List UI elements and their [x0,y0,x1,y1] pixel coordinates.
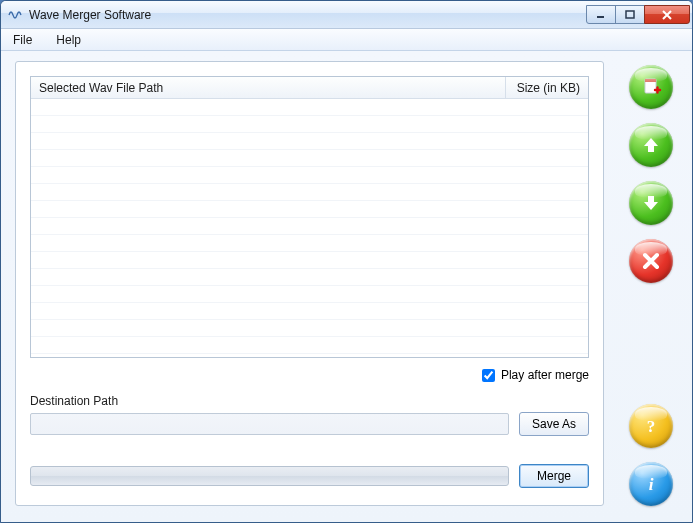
destination-row: Save As [30,412,589,436]
help-button[interactable]: ? [629,404,673,448]
list-row [31,337,588,354]
list-row [31,150,588,167]
svg-text:i: i [649,475,654,494]
menubar: File Help [1,29,692,51]
list-body[interactable] [31,99,588,357]
app-icon [7,7,23,23]
list-row [31,252,588,269]
app-window: Wave Merger Software File Help Selected … [0,0,693,523]
question-icon: ? [640,415,662,437]
play-after-merge: Play after merge [30,368,589,382]
close-icon [641,251,661,271]
list-row [31,99,588,116]
file-list[interactable]: Selected Wav File Path Size (in KB) [30,76,589,358]
titlebar[interactable]: Wave Merger Software [1,1,692,29]
maximize-button[interactable] [615,5,645,24]
close-button[interactable] [644,5,690,24]
svg-rect-3 [645,79,656,82]
add-file-button[interactable] [629,65,673,109]
window-title: Wave Merger Software [29,8,587,22]
main-panel: Selected Wav File Path Size (in KB) [15,61,604,506]
col-header-path[interactable]: Selected Wav File Path [31,77,506,98]
info-icon: i [640,473,662,495]
list-row [31,184,588,201]
list-row [31,167,588,184]
svg-rect-1 [626,11,634,18]
play-after-checkbox[interactable] [482,369,495,382]
list-row [31,320,588,337]
side-toolbar: ? i [622,61,680,506]
info-button[interactable]: i [629,462,673,506]
menu-help[interactable]: Help [52,31,85,49]
list-row [31,218,588,235]
list-row [31,116,588,133]
merge-button[interactable]: Merge [519,464,589,488]
move-down-button[interactable] [629,181,673,225]
menu-file[interactable]: File [9,31,36,49]
remove-button[interactable] [629,239,673,283]
merge-row: Merge [30,464,589,488]
list-header: Selected Wav File Path Size (in KB) [31,77,588,99]
destination-label: Destination Path [30,394,589,408]
destination-input[interactable] [30,413,509,435]
svg-text:?: ? [647,417,656,436]
col-header-size[interactable]: Size (in KB) [506,77,588,98]
progress-bar [30,466,509,486]
minimize-button[interactable] [586,5,616,24]
move-up-button[interactable] [629,123,673,167]
list-row [31,286,588,303]
play-after-label: Play after merge [501,368,589,382]
arrow-up-icon [640,134,662,156]
window-controls [587,5,690,24]
save-as-button[interactable]: Save As [519,412,589,436]
list-row [31,201,588,218]
arrow-down-icon [640,192,662,214]
list-row [31,235,588,252]
list-row [31,269,588,286]
add-file-icon [640,76,662,98]
list-row [31,133,588,150]
list-row [31,303,588,320]
client-area: Selected Wav File Path Size (in KB) [1,51,692,522]
